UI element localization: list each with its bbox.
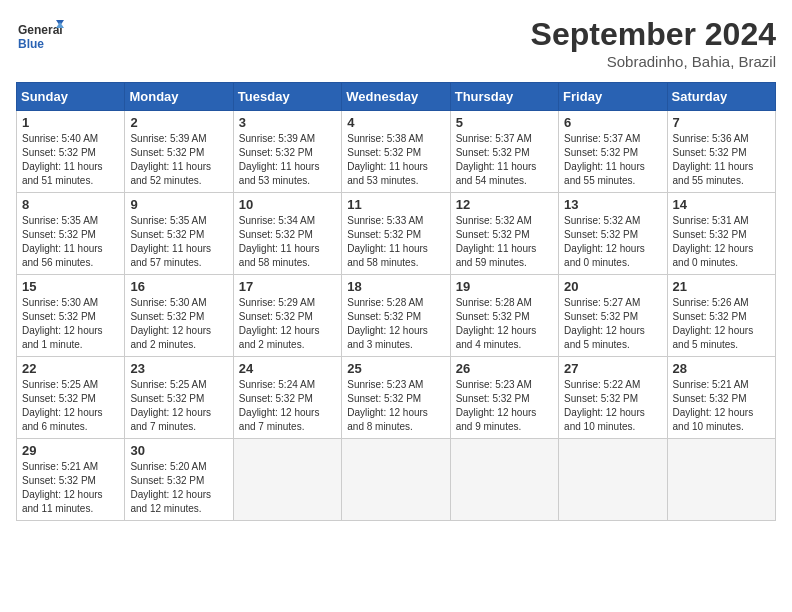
calendar-day-cell: 27 Sunrise: 5:22 AM Sunset: 5:32 PM Dayl…: [559, 357, 667, 439]
location-subtitle: Sobradinho, Bahia, Brazil: [531, 53, 776, 70]
calendar-day-cell: 11 Sunrise: 5:33 AM Sunset: 5:32 PM Dayl…: [342, 193, 450, 275]
calendar-day-cell: 15 Sunrise: 5:30 AM Sunset: 5:32 PM Dayl…: [17, 275, 125, 357]
day-number: 19: [456, 279, 553, 294]
day-number: 28: [673, 361, 770, 376]
calendar-day-cell: 26 Sunrise: 5:23 AM Sunset: 5:32 PM Dayl…: [450, 357, 558, 439]
calendar-day-cell: 8 Sunrise: 5:35 AM Sunset: 5:32 PM Dayli…: [17, 193, 125, 275]
calendar-day-cell: 2 Sunrise: 5:39 AM Sunset: 5:32 PM Dayli…: [125, 111, 233, 193]
day-number: 2: [130, 115, 227, 130]
calendar-week-row: 29 Sunrise: 5:21 AM Sunset: 5:32 PM Dayl…: [17, 439, 776, 521]
day-number: 8: [22, 197, 119, 212]
calendar-day-cell: 10 Sunrise: 5:34 AM Sunset: 5:32 PM Dayl…: [233, 193, 341, 275]
day-info: Sunrise: 5:28 AM Sunset: 5:32 PM Dayligh…: [347, 296, 444, 352]
day-info: Sunrise: 5:34 AM Sunset: 5:32 PM Dayligh…: [239, 214, 336, 270]
day-number: 21: [673, 279, 770, 294]
calendar-day-cell: 28 Sunrise: 5:21 AM Sunset: 5:32 PM Dayl…: [667, 357, 775, 439]
calendar-day-cell: [667, 439, 775, 521]
calendar-day-cell: 18 Sunrise: 5:28 AM Sunset: 5:32 PM Dayl…: [342, 275, 450, 357]
day-number: 29: [22, 443, 119, 458]
day-info: Sunrise: 5:38 AM Sunset: 5:32 PM Dayligh…: [347, 132, 444, 188]
calendar-day-cell: 6 Sunrise: 5:37 AM Sunset: 5:32 PM Dayli…: [559, 111, 667, 193]
calendar-day-cell: 5 Sunrise: 5:37 AM Sunset: 5:32 PM Dayli…: [450, 111, 558, 193]
day-info: Sunrise: 5:22 AM Sunset: 5:32 PM Dayligh…: [564, 378, 661, 434]
day-number: 14: [673, 197, 770, 212]
col-tuesday: Tuesday: [233, 83, 341, 111]
day-number: 26: [456, 361, 553, 376]
day-number: 4: [347, 115, 444, 130]
day-info: Sunrise: 5:26 AM Sunset: 5:32 PM Dayligh…: [673, 296, 770, 352]
day-info: Sunrise: 5:37 AM Sunset: 5:32 PM Dayligh…: [456, 132, 553, 188]
day-info: Sunrise: 5:24 AM Sunset: 5:32 PM Dayligh…: [239, 378, 336, 434]
calendar-week-row: 15 Sunrise: 5:30 AM Sunset: 5:32 PM Dayl…: [17, 275, 776, 357]
day-info: Sunrise: 5:36 AM Sunset: 5:32 PM Dayligh…: [673, 132, 770, 188]
day-info: Sunrise: 5:35 AM Sunset: 5:32 PM Dayligh…: [22, 214, 119, 270]
calendar-day-cell: [559, 439, 667, 521]
calendar-day-cell: 22 Sunrise: 5:25 AM Sunset: 5:32 PM Dayl…: [17, 357, 125, 439]
calendar-day-cell: 20 Sunrise: 5:27 AM Sunset: 5:32 PM Dayl…: [559, 275, 667, 357]
day-number: 24: [239, 361, 336, 376]
day-number: 18: [347, 279, 444, 294]
day-info: Sunrise: 5:23 AM Sunset: 5:32 PM Dayligh…: [456, 378, 553, 434]
col-friday: Friday: [559, 83, 667, 111]
day-info: Sunrise: 5:39 AM Sunset: 5:32 PM Dayligh…: [239, 132, 336, 188]
day-number: 15: [22, 279, 119, 294]
calendar-day-cell: 13 Sunrise: 5:32 AM Sunset: 5:32 PM Dayl…: [559, 193, 667, 275]
logo: General Blue: [16, 16, 66, 56]
calendar-day-cell: 7 Sunrise: 5:36 AM Sunset: 5:32 PM Dayli…: [667, 111, 775, 193]
day-number: 10: [239, 197, 336, 212]
day-info: Sunrise: 5:21 AM Sunset: 5:32 PM Dayligh…: [22, 460, 119, 516]
day-info: Sunrise: 5:29 AM Sunset: 5:32 PM Dayligh…: [239, 296, 336, 352]
calendar-day-cell: [450, 439, 558, 521]
day-number: 7: [673, 115, 770, 130]
calendar-day-cell: 25 Sunrise: 5:23 AM Sunset: 5:32 PM Dayl…: [342, 357, 450, 439]
day-number: 6: [564, 115, 661, 130]
calendar-day-cell: 9 Sunrise: 5:35 AM Sunset: 5:32 PM Dayli…: [125, 193, 233, 275]
day-info: Sunrise: 5:31 AM Sunset: 5:32 PM Dayligh…: [673, 214, 770, 270]
day-number: 30: [130, 443, 227, 458]
page-header: General Blue September 2024 Sobradinho, …: [16, 16, 776, 70]
day-number: 5: [456, 115, 553, 130]
day-number: 1: [22, 115, 119, 130]
col-thursday: Thursday: [450, 83, 558, 111]
day-number: 23: [130, 361, 227, 376]
day-info: Sunrise: 5:28 AM Sunset: 5:32 PM Dayligh…: [456, 296, 553, 352]
calendar-day-cell: 12 Sunrise: 5:32 AM Sunset: 5:32 PM Dayl…: [450, 193, 558, 275]
col-wednesday: Wednesday: [342, 83, 450, 111]
day-info: Sunrise: 5:40 AM Sunset: 5:32 PM Dayligh…: [22, 132, 119, 188]
calendar-day-cell: 30 Sunrise: 5:20 AM Sunset: 5:32 PM Dayl…: [125, 439, 233, 521]
calendar-day-cell: [342, 439, 450, 521]
day-number: 9: [130, 197, 227, 212]
day-info: Sunrise: 5:32 AM Sunset: 5:32 PM Dayligh…: [564, 214, 661, 270]
col-sunday: Sunday: [17, 83, 125, 111]
day-info: Sunrise: 5:37 AM Sunset: 5:32 PM Dayligh…: [564, 132, 661, 188]
day-info: Sunrise: 5:23 AM Sunset: 5:32 PM Dayligh…: [347, 378, 444, 434]
day-info: Sunrise: 5:27 AM Sunset: 5:32 PM Dayligh…: [564, 296, 661, 352]
calendar-day-cell: 24 Sunrise: 5:24 AM Sunset: 5:32 PM Dayl…: [233, 357, 341, 439]
day-number: 20: [564, 279, 661, 294]
day-info: Sunrise: 5:25 AM Sunset: 5:32 PM Dayligh…: [22, 378, 119, 434]
calendar-week-row: 1 Sunrise: 5:40 AM Sunset: 5:32 PM Dayli…: [17, 111, 776, 193]
col-saturday: Saturday: [667, 83, 775, 111]
calendar-day-cell: [233, 439, 341, 521]
day-info: Sunrise: 5:21 AM Sunset: 5:32 PM Dayligh…: [673, 378, 770, 434]
calendar-header-row: Sunday Monday Tuesday Wednesday Thursday…: [17, 83, 776, 111]
svg-text:General: General: [18, 23, 63, 37]
calendar-day-cell: 19 Sunrise: 5:28 AM Sunset: 5:32 PM Dayl…: [450, 275, 558, 357]
month-year-title: September 2024: [531, 16, 776, 53]
day-info: Sunrise: 5:35 AM Sunset: 5:32 PM Dayligh…: [130, 214, 227, 270]
day-info: Sunrise: 5:30 AM Sunset: 5:32 PM Dayligh…: [22, 296, 119, 352]
calendar-week-row: 22 Sunrise: 5:25 AM Sunset: 5:32 PM Dayl…: [17, 357, 776, 439]
calendar-day-cell: 21 Sunrise: 5:26 AM Sunset: 5:32 PM Dayl…: [667, 275, 775, 357]
day-number: 16: [130, 279, 227, 294]
day-number: 27: [564, 361, 661, 376]
day-info: Sunrise: 5:39 AM Sunset: 5:32 PM Dayligh…: [130, 132, 227, 188]
col-monday: Monday: [125, 83, 233, 111]
day-number: 17: [239, 279, 336, 294]
calendar-day-cell: 16 Sunrise: 5:30 AM Sunset: 5:32 PM Dayl…: [125, 275, 233, 357]
calendar-week-row: 8 Sunrise: 5:35 AM Sunset: 5:32 PM Dayli…: [17, 193, 776, 275]
title-block: September 2024 Sobradinho, Bahia, Brazil: [531, 16, 776, 70]
calendar-day-cell: 4 Sunrise: 5:38 AM Sunset: 5:32 PM Dayli…: [342, 111, 450, 193]
calendar-day-cell: 23 Sunrise: 5:25 AM Sunset: 5:32 PM Dayl…: [125, 357, 233, 439]
day-info: Sunrise: 5:20 AM Sunset: 5:32 PM Dayligh…: [130, 460, 227, 516]
calendar-day-cell: 1 Sunrise: 5:40 AM Sunset: 5:32 PM Dayli…: [17, 111, 125, 193]
